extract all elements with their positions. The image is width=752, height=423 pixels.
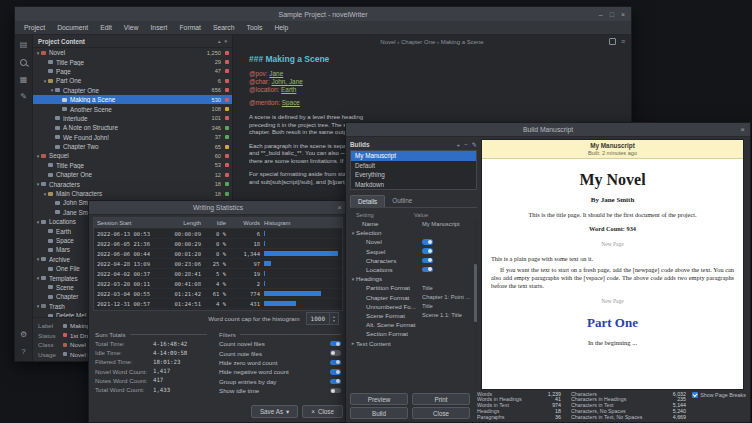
keyword-value-link[interactable]: John, Jane: [271, 78, 302, 85]
tree-item[interactable]: ▾ Characters 18: [33, 179, 232, 188]
tree-item[interactable]: ▾ Novel 1,250: [33, 48, 232, 57]
col-idle[interactable]: Idle: [201, 220, 226, 226]
build-button[interactable]: Build: [350, 407, 408, 419]
stats-titlebar[interactable]: Writing Statistics ×: [89, 201, 347, 215]
help-icon[interactable]: ?: [21, 348, 25, 356]
keyword-value-link[interactable]: Earth: [281, 86, 296, 93]
build-titlebar[interactable]: Build Manuscript ×: [346, 123, 750, 137]
keyword-value-link[interactable]: Jane: [269, 70, 283, 77]
settings-gear-icon[interactable]: ⚙: [20, 331, 27, 339]
session-row[interactable]: 2022-04-28 13:09 00:23:06 25 % 97: [94, 259, 342, 269]
session-row[interactable]: 2022-06-13 00:53 00:00:09 0 % 6: [94, 229, 342, 239]
setting-row[interactable]: Section Format: [350, 329, 477, 338]
tree-item[interactable]: Interlude 101: [33, 114, 232, 123]
setting-row[interactable]: Novel: [350, 237, 477, 246]
setting-toggle[interactable]: [422, 239, 433, 245]
setting-toggle[interactable]: [422, 258, 433, 264]
setting-row[interactable]: Partition Format Title: [350, 283, 477, 292]
session-row[interactable]: 2022-06-06 00:44 00:01:20 0 % 1,344: [94, 249, 342, 259]
menu-item[interactable]: View: [118, 24, 145, 31]
print-button[interactable]: Print: [412, 393, 470, 405]
edit-build-icon[interactable]: ✎: [472, 141, 477, 148]
maximize-editor-icon[interactable]: [609, 38, 616, 45]
setting-row[interactable]: Chapter Format Chapter 1: Point ...: [350, 293, 477, 302]
filter-toggle[interactable]: [330, 341, 341, 347]
setting-row[interactable]: Alt. Scene Format: [350, 320, 477, 329]
col-length[interactable]: Length: [163, 220, 201, 226]
tab-outline[interactable]: Outline: [385, 195, 419, 207]
tree-item[interactable]: Title Page 29: [33, 57, 232, 66]
close-icon[interactable]: ×: [337, 201, 342, 214]
filter-toggle[interactable]: [330, 360, 341, 366]
menu-item[interactable]: Project: [18, 24, 51, 31]
close-icon[interactable]: ×: [621, 11, 625, 18]
maximize-icon[interactable]: □: [610, 11, 614, 18]
keyword-value-link[interactable]: Space: [282, 99, 300, 106]
setting-row[interactable]: Name My Manuscript: [350, 219, 477, 228]
search-icon[interactable]: [20, 59, 27, 66]
scrollbar-handle[interactable]: [474, 264, 477, 322]
filter-toggle[interactable]: [330, 379, 341, 385]
show-page-breaks-checkbox[interactable]: [692, 392, 698, 398]
tree-item[interactable]: Title Page 53: [33, 161, 232, 170]
minimize-icon[interactable]: –: [599, 11, 603, 18]
setting-toggle[interactable]: [422, 267, 433, 273]
settings-scrollbar[interactable]: [474, 219, 477, 390]
tab-details[interactable]: Details: [350, 195, 385, 207]
session-row[interactable]: 2021-12-31 00:57 01:24:51 4 % 431: [94, 299, 342, 309]
filter-toggle[interactable]: [330, 369, 341, 375]
tree-item[interactable]: Page 47: [33, 67, 232, 76]
word-count-cap-spinner[interactable]: 1000 ▴ ▾: [306, 312, 339, 325]
menu-item[interactable]: Document: [51, 24, 94, 31]
close-button[interactable]: Close: [412, 407, 470, 419]
setting-row[interactable]: Characters: [350, 256, 477, 265]
tree-item[interactable]: ▾ Main Characters 18: [33, 189, 232, 198]
breadcrumb[interactable]: Novel › Chapter One › Making a Scene: [380, 39, 483, 45]
col-histogram[interactable]: Histogram: [260, 220, 342, 226]
build-list-item[interactable]: Default: [351, 161, 476, 171]
menu-item[interactable]: Insert: [144, 24, 173, 31]
tree-item[interactable]: ▾ Part One 6: [33, 76, 232, 85]
main-titlebar[interactable]: Sample Project - novelWriter – □ ×: [15, 7, 631, 21]
setting-row[interactable]: ▾ Headings: [350, 274, 477, 283]
filter-toggle[interactable]: [330, 350, 341, 356]
tree-item[interactable]: Chapter One 12: [33, 170, 232, 179]
setting-row[interactable]: Sequel: [350, 247, 477, 256]
build-list-item[interactable]: Markdown: [351, 180, 476, 190]
setting-row[interactable]: ▾ Selection: [350, 228, 477, 237]
menu-item[interactable]: Tools: [241, 24, 269, 31]
save-as-button[interactable]: Save As ▾: [251, 405, 298, 418]
spinner-down-icon[interactable]: ▾: [333, 319, 335, 323]
setting-row[interactable]: ▸ Text Content: [350, 338, 477, 347]
session-row[interactable]: 2022-04-02 00:37 00:28:41 5 % 19: [94, 269, 342, 279]
build-manuscript-icon[interactable]: ✎: [20, 93, 27, 101]
preview-button[interactable]: Preview: [350, 393, 408, 405]
menu-item[interactable]: Help: [268, 24, 294, 31]
add-build-icon[interactable]: +: [457, 141, 461, 148]
session-row[interactable]: 2022-03-04 00:55 01:21:42 61 % 774: [94, 289, 342, 299]
close-button[interactable]: × Close: [302, 405, 343, 418]
menu-item[interactable]: Edit: [94, 24, 118, 31]
tree-item[interactable]: Another Scene 108: [33, 104, 232, 113]
tree-item[interactable]: ▾ Chapter One 656: [33, 86, 232, 95]
setting-row[interactable]: Scene Format Scene 1.1: Title: [350, 311, 477, 320]
tree-item[interactable]: Chapter Two 65: [33, 142, 232, 151]
tree-item[interactable]: A Note on Structure 346: [33, 123, 232, 132]
build-list-item[interactable]: Everything: [351, 170, 476, 180]
session-row[interactable]: 2022-03-20 00:11 00:41:08 4 % 2: [94, 279, 342, 289]
word-count-cap-value[interactable]: 1000: [307, 313, 329, 324]
setting-toggle[interactable]: [422, 248, 433, 254]
editor-menu-icon[interactable]: ≡: [621, 38, 625, 45]
manuscript-preview[interactable]: My Manuscript Built: 2 minutes ago My No…: [481, 139, 744, 390]
tree-item[interactable]: ▾ Sequel 60: [33, 151, 232, 160]
build-list-item[interactable]: My Manuscript: [351, 151, 476, 161]
col-session-start[interactable]: Session Start: [94, 220, 163, 226]
remove-build-icon[interactable]: −: [464, 141, 468, 148]
filter-toggle[interactable]: [330, 388, 341, 394]
collapse-all-icon[interactable]: ▾: [224, 38, 227, 44]
tree-item[interactable]: We Found John! 37: [33, 133, 232, 142]
close-icon[interactable]: ×: [740, 123, 745, 136]
menu-item[interactable]: Format: [173, 24, 207, 31]
outline-view-icon[interactable]: ▦: [20, 76, 28, 84]
session-row[interactable]: 2021-10-24 00:10 00:18:29 0 % 167: [94, 309, 342, 311]
